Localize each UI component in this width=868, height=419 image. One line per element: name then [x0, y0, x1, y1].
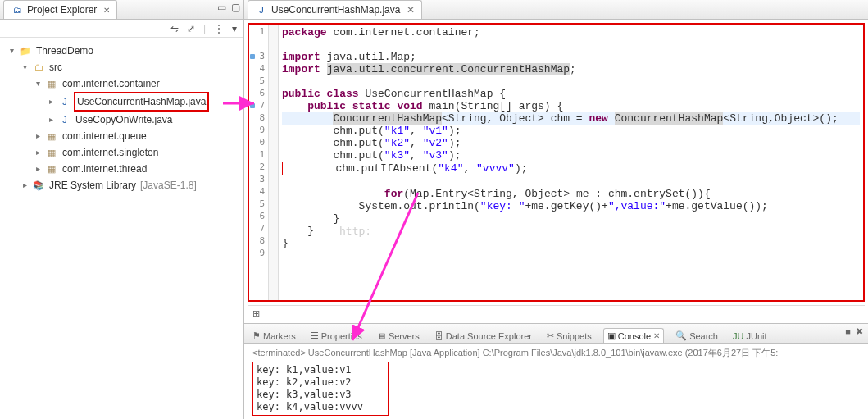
maximize-icon[interactable]: ▢ [231, 2, 240, 13]
pin-icon[interactable]: ✕ [103, 6, 110, 15]
tab-properties[interactable]: ☰Properties [307, 329, 366, 343]
src-node[interactable]: ▾🗀src [20, 59, 240, 75]
tab-data-source-explorer[interactable]: 🗄Data Source Explorer [431, 330, 535, 343]
file-useconcurrent-label: UseConcurrentHashMap.java [74, 92, 209, 112]
link-editor-icon[interactable]: ⤢ [187, 23, 195, 34]
package-singleton-node[interactable]: ▸▦com.internet.singleton [33, 144, 240, 161]
search-icon: 🔍 [675, 330, 687, 341]
tab-snippets[interactable]: ✂Snippets [543, 329, 595, 343]
snippets-icon: ✂ [547, 330, 554, 341]
view-controls: ▭ ▢ [217, 2, 240, 13]
library-icon: 📚 [32, 179, 45, 192]
markers-icon: ⚑ [252, 330, 261, 341]
explorer-tab-bar: 🗂 Project Explorer ✕ ▭ ▢ [0, 0, 243, 20]
project-node[interactable]: ▾📁ThreadDemo [7, 43, 240, 59]
jre-version-label: [JavaSE-1.8] [140, 177, 197, 194]
src-label: src [48, 59, 64, 75]
dropdown-icon[interactable]: ▾ [232, 23, 237, 34]
console-view[interactable]: <terminated> UseConcurrentHashMap [Java … [244, 344, 868, 419]
navigator-icon: 🗂 [11, 3, 24, 16]
project-explorer-tab[interactable]: 🗂 Project Explorer ✕ [3, 0, 117, 19]
java-file-icon: J [255, 3, 268, 16]
project-tree[interactable]: ▾📁ThreadDemo ▾🗀src ▾▦com.internet.contai… [0, 38, 243, 419]
junit-icon: JU [733, 331, 743, 341]
editor-tab-title: UseConcurrentHashMap.java [271, 4, 400, 16]
code-editor[interactable]: 1 345 678 901 234 567 89 package com.int… [248, 23, 865, 302]
project-explorer-title: Project Explorer [27, 4, 97, 16]
pkg-queue-label: com.internet.queue [61, 128, 148, 144]
file-usecopy-label: UseCopyOnWrite.java [74, 112, 175, 128]
source-folder-icon: 🗀 [32, 61, 45, 74]
remove-icon[interactable]: ✖ [856, 326, 863, 337]
project-icon: 📁 [19, 44, 32, 57]
package-container-node[interactable]: ▾▦com.internet.container [33, 75, 240, 92]
package-icon: ▦ [45, 77, 58, 90]
close-icon[interactable]: ✕ [407, 4, 415, 16]
file-usecopy-node[interactable]: ▸JUseCopyOnWrite.java [46, 112, 240, 128]
highlighted-code-line: chm.putIfAbsent("k4", "vvvv"); [282, 162, 529, 175]
package-icon: ▦ [45, 130, 58, 143]
view-menu-icon[interactable]: ⋮ [214, 23, 224, 34]
editor-tab-bar: J UseConcurrentHashMap.java ✕ [244, 0, 868, 20]
properties-icon: ☰ [311, 330, 319, 341]
breadcrumb-bar[interactable]: ⊞ [248, 305, 865, 321]
pin-icon: ✕ [653, 331, 660, 340]
minimize-icon[interactable]: ▭ [217, 2, 226, 13]
jre-label: JRE System Library [48, 177, 138, 194]
java-file-icon: J [58, 95, 71, 108]
pkg-container-label: com.internet.container [61, 75, 161, 92]
bottom-panel: ⚑Markers ☰Properties 🖥Servers 🗄Data Sour… [244, 323, 868, 419]
terminate-icon[interactable]: ■ [845, 326, 851, 337]
line-number-ruler: 1 345 678 901 234 567 89 [249, 25, 269, 300]
pkg-thread-label: com.internet.thread [61, 161, 148, 177]
breadcrumb-icon[interactable]: ⊞ [252, 308, 260, 319]
file-useconcurrent-node[interactable]: ▸JUseConcurrentHashMap.java [46, 92, 240, 112]
project-label: ThreadDemo [34, 43, 95, 59]
toolbar-separator: | [203, 23, 206, 34]
tab-markers[interactable]: ⚑Markers [249, 329, 299, 343]
folding-ruler[interactable] [269, 25, 279, 300]
editor-area: J UseConcurrentHashMap.java ✕ 1 345 678 … [244, 0, 868, 419]
console-output: key: k1,value:v1 key: k2,value:v2 key: k… [252, 362, 389, 416]
project-explorer-view: 🗂 Project Explorer ✕ ▭ ▢ ⇋ ⤢ | ⋮ ▾ ▾📁Thr… [0, 0, 244, 419]
editor-tab[interactable]: J UseConcurrentHashMap.java ✕ [248, 0, 422, 19]
package-icon: ▦ [45, 162, 58, 175]
console-header: <terminated> UseConcurrentHashMap [Java … [252, 347, 860, 359]
bottom-tab-bar: ⚑Markers ☰Properties 🖥Servers 🗄Data Sour… [244, 324, 868, 344]
collapse-all-icon[interactable]: ⇋ [170, 23, 179, 34]
dse-icon: 🗄 [434, 331, 443, 341]
pkg-singleton-label: com.internet.singleton [61, 144, 160, 161]
package-icon: ▦ [45, 146, 58, 159]
package-queue-node[interactable]: ▸▦com.internet.queue [33, 128, 240, 144]
tab-servers[interactable]: 🖥Servers [374, 330, 423, 343]
tab-search[interactable]: 🔍Search [672, 329, 721, 343]
explorer-toolbar: ⇋ ⤢ | ⋮ ▾ [0, 20, 243, 38]
console-icon: ▣ [607, 330, 616, 341]
jre-node[interactable]: ▸📚JRE System Library [JavaSE-1.8] [20, 177, 240, 194]
java-file-icon: J [58, 113, 71, 126]
package-thread-node[interactable]: ▸▦com.internet.thread [33, 161, 240, 177]
tab-console[interactable]: ▣Console✕ [603, 328, 664, 343]
console-toolbar: ■ ✖ [845, 326, 863, 337]
tab-junit[interactable]: JUJUnit [729, 330, 770, 343]
code-content[interactable]: package com.internet.container; import j… [279, 25, 863, 300]
servers-icon: 🖥 [377, 331, 386, 341]
